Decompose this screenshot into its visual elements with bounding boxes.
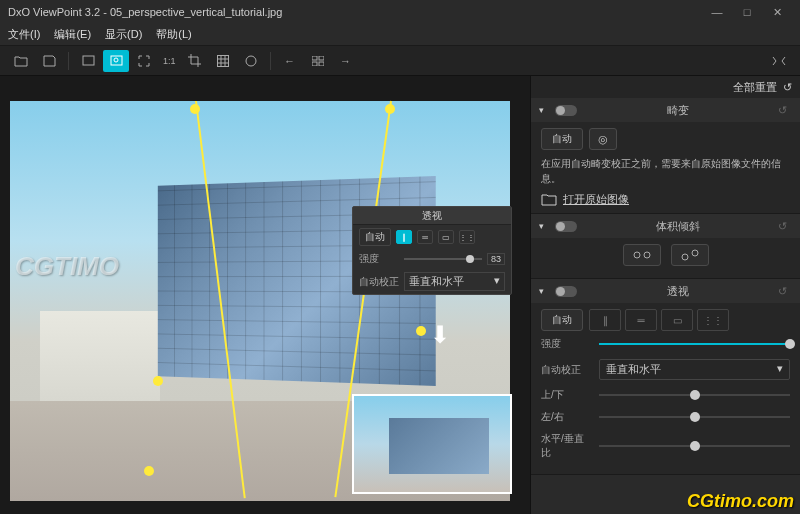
zoom-11-button[interactable]: 1:1: [159, 50, 180, 72]
section-header[interactable]: ▾ 体积倾斜 ↺: [531, 214, 800, 238]
menu-bar: 文件(I) 编辑(E) 显示(D) 帮助(L): [0, 24, 800, 46]
reset-icon[interactable]: ↺: [778, 285, 792, 298]
lr-label: 左/右: [541, 410, 591, 424]
svg-rect-6: [319, 56, 324, 60]
popup-intensity-slider[interactable]: [404, 258, 482, 260]
section-perspective: ▾ 透视 ↺ 自动 ∥ ═ ▭ ⋮⋮ 强度: [531, 279, 800, 475]
svg-point-2: [114, 58, 118, 62]
popup-rect-icon[interactable]: ▭: [438, 230, 454, 244]
section-title: 畸变: [583, 103, 772, 118]
popup-horizontal-icon[interactable]: ═: [417, 230, 433, 244]
panel-header: 全部重置 ↺: [531, 76, 800, 98]
reset-all-icon[interactable]: ↺: [783, 81, 792, 94]
svg-rect-5: [312, 56, 317, 60]
window-title: DxO ViewPoint 3.2 - 05_perspective_verti…: [8, 6, 702, 18]
perspective-auto-button[interactable]: 自动: [541, 309, 583, 331]
chevron-down-icon: ▾: [539, 105, 549, 115]
persp-8point-icon[interactable]: ⋮⋮: [697, 309, 729, 331]
toolbar: 1:1 ← →: [0, 46, 800, 76]
prev-icon[interactable]: ←: [277, 50, 303, 72]
open-original-link[interactable]: 打开原始图像: [541, 192, 790, 207]
perspective-handle[interactable]: [190, 104, 200, 114]
distortion-auto-button[interactable]: 自动: [541, 128, 583, 150]
reset-icon[interactable]: ↺: [778, 220, 792, 233]
info-icon[interactable]: [238, 50, 264, 72]
svg-point-12: [692, 250, 698, 256]
perspective-handle[interactable]: [416, 326, 426, 336]
image-viewport[interactable]: CGTIMO 透视 自动 ∥ ═ ▭ ⋮⋮ 强度 83 自动校正 垂直和水平▾ …: [0, 76, 530, 514]
chevron-down-icon: ▾: [539, 286, 549, 296]
intensity-label: 强度: [541, 337, 591, 351]
grid-icon[interactable]: [210, 50, 236, 72]
intensity-slider[interactable]: [599, 343, 790, 345]
thumbnails-icon[interactable]: [305, 50, 331, 72]
menu-edit[interactable]: 编辑(E): [54, 27, 91, 42]
next-icon[interactable]: →: [333, 50, 359, 72]
section-toggle[interactable]: [555, 221, 577, 232]
perspective-handle[interactable]: [385, 104, 395, 114]
close-button[interactable]: ✕: [762, 0, 792, 24]
svg-rect-3: [217, 55, 228, 66]
svg-rect-7: [312, 62, 317, 66]
popup-autocorrect-select[interactable]: 垂直和水平▾: [404, 272, 505, 291]
watermark-canvas: CGTIMO: [15, 251, 119, 282]
side-panel: 全部重置 ↺ ▾ 畸变 ↺ 自动 ◎ 在应用自动畸变校正之前，需要来自原始图像文…: [530, 76, 800, 514]
menu-view[interactable]: 显示(D): [105, 27, 142, 42]
reset-all-label[interactable]: 全部重置: [733, 80, 777, 95]
svg-rect-8: [319, 62, 324, 66]
separator: [270, 52, 271, 70]
section-distortion: ▾ 畸变 ↺ 自动 ◎ 在应用自动畸变校正之前，需要来自原始图像文件的信息。 打…: [531, 98, 800, 214]
section-header[interactable]: ▾ 畸变 ↺: [531, 98, 800, 122]
minimize-button[interactable]: —: [702, 0, 732, 24]
svg-point-9: [634, 252, 640, 258]
volume-diag-icon[interactable]: [671, 244, 709, 266]
autocorrect-select[interactable]: 垂直和水平▾: [599, 359, 790, 380]
result-thumbnail: [352, 394, 512, 494]
perspective-popup[interactable]: 透视 自动 ∥ ═ ▭ ⋮⋮ 强度 83 自动校正 垂直和水平▾: [352, 206, 512, 295]
ud-slider[interactable]: [599, 394, 790, 396]
persp-vertical-icon[interactable]: ∥: [589, 309, 621, 331]
title-bar: DxO ViewPoint 3.2 - 05_perspective_verti…: [0, 0, 800, 24]
section-title: 透视: [583, 284, 772, 299]
popup-title: 透视: [353, 207, 511, 225]
crop-icon[interactable]: [182, 50, 208, 72]
open-folder-icon[interactable]: [8, 50, 34, 72]
reset-icon[interactable]: ↺: [778, 104, 792, 117]
hv-slider[interactable]: [599, 445, 790, 447]
main-area: CGTIMO 透视 自动 ∥ ═ ▭ ⋮⋮ 强度 83 自动校正 垂直和水平▾ …: [0, 76, 800, 514]
svg-point-4: [246, 56, 256, 66]
fullscreen-icon[interactable]: [131, 50, 157, 72]
svg-rect-1: [111, 56, 122, 65]
arrow-down-icon: ⬇: [430, 321, 450, 349]
ud-label: 上/下: [541, 388, 591, 402]
distortion-info-text: 在应用自动畸变校正之前，需要来自原始图像文件的信息。: [541, 156, 790, 186]
maximize-button[interactable]: □: [732, 0, 762, 24]
perspective-handle[interactable]: [144, 466, 154, 476]
section-header[interactable]: ▾ 透视 ↺: [531, 279, 800, 303]
section-toggle[interactable]: [555, 105, 577, 116]
popup-8point-icon[interactable]: ⋮⋮: [459, 230, 475, 244]
svg-point-11: [682, 254, 688, 260]
popup-auto-button[interactable]: 自动: [359, 228, 391, 246]
svg-point-10: [644, 252, 650, 258]
distortion-target-icon[interactable]: ◎: [589, 128, 617, 150]
separator: [68, 52, 69, 70]
popup-vertical-icon[interactable]: ∥: [396, 230, 412, 244]
menu-help[interactable]: 帮助(L): [156, 27, 191, 42]
perspective-handle[interactable]: [153, 376, 163, 386]
view-compare-icon[interactable]: [103, 50, 129, 72]
popup-intensity-value[interactable]: 83: [487, 253, 505, 265]
section-title: 体积倾斜: [583, 219, 772, 234]
persp-rect-icon[interactable]: ▭: [661, 309, 693, 331]
expand-icon[interactable]: [766, 50, 792, 72]
section-volume: ▾ 体积倾斜 ↺: [531, 214, 800, 279]
section-toggle[interactable]: [555, 286, 577, 297]
view-single-icon[interactable]: [75, 50, 101, 72]
persp-horizontal-icon[interactable]: ═: [625, 309, 657, 331]
volume-horiz-icon[interactable]: [623, 244, 661, 266]
hv-label: 水平/垂直比: [541, 432, 591, 460]
lr-slider[interactable]: [599, 416, 790, 418]
menu-file[interactable]: 文件(I): [8, 27, 40, 42]
save-icon[interactable]: [36, 50, 62, 72]
svg-rect-0: [83, 56, 94, 65]
